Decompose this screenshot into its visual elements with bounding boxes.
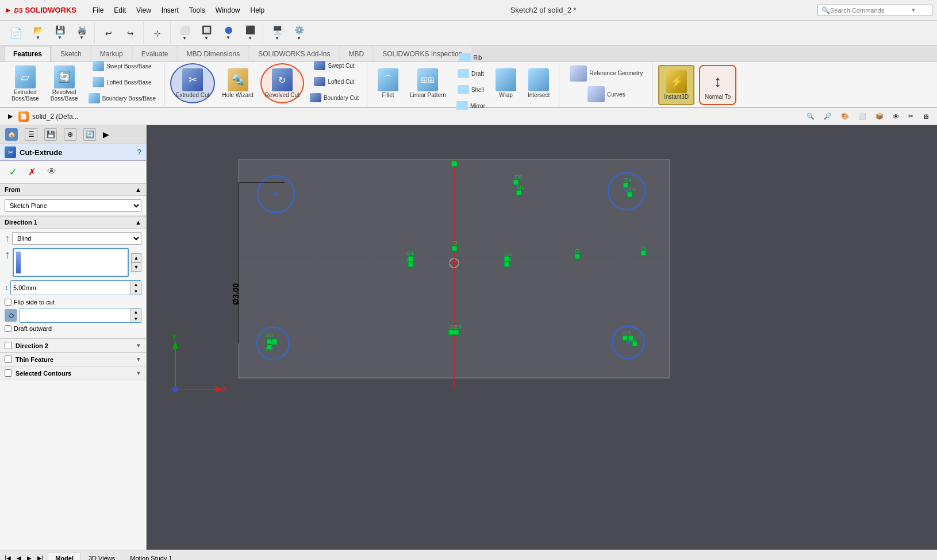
menu-file[interactable]: File bbox=[88, 4, 108, 17]
cancel-button[interactable]: ✗ bbox=[24, 164, 40, 180]
direction2-checkbox[interactable] bbox=[5, 342, 12, 349]
depth-up-button[interactable]: ▲ bbox=[130, 281, 141, 288]
from-section-header[interactable]: From ▲ bbox=[0, 184, 146, 196]
shell-button[interactable]: Shell bbox=[453, 84, 489, 99]
view-button[interactable]: 🔲▼ bbox=[196, 24, 217, 42]
panel-target-button[interactable]: ⊕ bbox=[61, 126, 79, 142]
tab-sketch[interactable]: Sketch bbox=[52, 46, 90, 61]
draft-outward-checkbox[interactable] bbox=[5, 325, 11, 332]
direction1-arrow-icon[interactable]: ↑ bbox=[5, 233, 10, 245]
depth-arrow-icon[interactable]: ↑ bbox=[5, 248, 10, 277]
panel-save-button[interactable]: 💾 bbox=[41, 126, 60, 142]
open-button[interactable]: 📂▼ bbox=[28, 25, 48, 41]
search-dropdown-icon[interactable]: ▼ bbox=[911, 7, 916, 13]
print-button[interactable]: 🖨️▼ bbox=[71, 25, 92, 41]
view-render-button[interactable]: 🎨 bbox=[838, 111, 852, 121]
hole-wizard-button[interactable]: 🔩 Hole Wizard bbox=[217, 63, 258, 103]
search-input[interactable] bbox=[830, 7, 911, 14]
select-button[interactable]: ⊹ bbox=[147, 28, 168, 39]
tab-nav-left[interactable]: ◀ bbox=[14, 554, 24, 560]
direction2-header[interactable]: Direction 2 ▼ bbox=[0, 339, 146, 352]
tab-motion-study[interactable]: Motion Study 1 bbox=[122, 552, 179, 560]
menu-help[interactable]: Help bbox=[246, 4, 270, 17]
expand-tree-button[interactable]: ▶ bbox=[5, 111, 16, 121]
search-box[interactable]: 🔍 ▼ bbox=[817, 5, 932, 16]
wrap-button[interactable]: Wrap bbox=[491, 63, 521, 103]
panel-expand-button[interactable]: ▶ bbox=[100, 128, 112, 141]
thin-feature-checkbox[interactable] bbox=[5, 356, 12, 363]
menu-edit[interactable]: Edit bbox=[109, 4, 130, 17]
display-options-button[interactable]: ⬜▼ bbox=[174, 24, 195, 42]
ok-button[interactable]: ✓ bbox=[5, 164, 21, 180]
draft-angle-spinbox[interactable]: ▲ ▼ bbox=[20, 308, 141, 323]
swept-cut-button[interactable]: Swept Cut bbox=[306, 60, 362, 75]
revolved-boss-button[interactable]: 🔄 RevolvedBoss/Base bbox=[46, 63, 83, 103]
depth-decrease-button[interactable]: ▼ bbox=[131, 262, 141, 272]
lofted-cut-button[interactable]: Lofted Cut bbox=[306, 76, 362, 91]
tab-nav-left-left[interactable]: |◀ bbox=[2, 554, 13, 560]
depth-value-input[interactable]: 5.00mm bbox=[11, 283, 130, 293]
monitor-button[interactable]: 🖥️▼ bbox=[267, 24, 287, 42]
boundary-cut-button[interactable]: Boundary Cut bbox=[306, 92, 362, 107]
tab-nav-right-right[interactable]: ▶| bbox=[35, 554, 46, 560]
tab-mbd[interactable]: MBD bbox=[340, 46, 373, 61]
panel-home-button[interactable]: 🏠 bbox=[2, 126, 21, 142]
depth-down-button[interactable]: ▼ bbox=[130, 288, 141, 295]
options-button[interactable]: ⚙️▼ bbox=[289, 24, 309, 42]
selected-contours-header[interactable]: Selected Contours ▼ bbox=[0, 366, 146, 380]
extruded-cut-button[interactable]: ✂ Extruded Cut bbox=[170, 63, 215, 103]
display-mode-button[interactable]: ⬤▼ bbox=[218, 25, 239, 41]
tab-model[interactable]: Model bbox=[48, 552, 81, 560]
linear-pattern-button[interactable]: ⊞⊞ Linear Pattern bbox=[405, 63, 451, 103]
draft-button[interactable]: Draft bbox=[453, 68, 489, 83]
draft-angle-input[interactable] bbox=[20, 310, 130, 320]
draft-angle-up-button[interactable]: ▲ bbox=[130, 308, 141, 315]
section-view-button[interactable]: ⬛▼ bbox=[240, 24, 260, 42]
direction1-type-dropdown[interactable]: Blind bbox=[12, 232, 141, 245]
panel-spin-button[interactable]: 🔄 bbox=[80, 126, 99, 142]
tab-mbd-dimensions[interactable]: MBD Dimensions bbox=[178, 46, 248, 61]
instant3d-button[interactable]: ⚡ Instant3D bbox=[658, 65, 694, 105]
revolved-cut-button[interactable]: ↻ Revolved Cut bbox=[260, 63, 304, 103]
fillet-button[interactable]: ⌒ Fillet bbox=[373, 63, 403, 103]
save-button[interactable]: 💾▼ bbox=[49, 25, 70, 41]
section-button[interactable]: ✂ bbox=[905, 111, 917, 121]
from-dropdown[interactable]: Sketch Plane bbox=[5, 199, 141, 212]
viewport[interactable]: Ø3.00 ⊡0 bbox=[147, 125, 937, 550]
flip-side-checkbox[interactable] bbox=[5, 299, 11, 306]
new-button[interactable]: 📄 bbox=[6, 27, 26, 40]
monitor2-button[interactable]: 🖥 bbox=[919, 111, 932, 121]
direction1-section-header[interactable]: Direction 1 ▲ bbox=[0, 217, 146, 229]
tab-features[interactable]: Features bbox=[5, 46, 51, 61]
curves-button[interactable]: Curves bbox=[565, 84, 647, 104]
undo-button[interactable]: ↩ bbox=[98, 28, 119, 38]
tab-markup[interactable]: Markup bbox=[91, 46, 132, 61]
menu-insert[interactable]: Insert bbox=[157, 4, 183, 17]
normal-to-button[interactable]: ↕ Normal To bbox=[699, 65, 736, 105]
panel-list-button[interactable]: ☰ bbox=[22, 126, 40, 142]
feature-help-button[interactable]: ? bbox=[137, 148, 141, 157]
view-orient-button[interactable]: 🔍 bbox=[803, 111, 818, 121]
thin-feature-header[interactable]: Thin Feature ▼ bbox=[0, 353, 146, 366]
tab-nav-right[interactable]: ▶ bbox=[25, 554, 34, 560]
preview-button[interactable]: 👁 bbox=[43, 164, 61, 180]
depth-increase-button[interactable]: ▲ bbox=[131, 253, 141, 262]
intersect-button[interactable]: Intersect bbox=[523, 63, 554, 103]
rib-button[interactable]: Rib bbox=[453, 52, 489, 67]
draft-angle-down-button[interactable]: ▼ bbox=[130, 315, 141, 322]
menu-window[interactable]: Window bbox=[211, 4, 245, 17]
boundary-boss-button[interactable]: Boundary Boss/Base bbox=[85, 92, 159, 107]
depth-spinbox[interactable]: 5.00mm ▲ ▼ bbox=[10, 280, 141, 295]
tab-evaluate[interactable]: Evaluate bbox=[133, 46, 177, 61]
hide-show-button[interactable]: 👁 bbox=[889, 111, 903, 121]
menu-tools[interactable]: Tools bbox=[185, 4, 210, 17]
display-type-button[interactable]: 📦 bbox=[872, 111, 887, 121]
lofted-boss-button[interactable]: Lofted Boss/Base bbox=[85, 76, 159, 91]
view-toggle-button[interactable]: ⬜ bbox=[855, 111, 870, 121]
tab-solidworks-addins[interactable]: SOLIDWORKS Add-Ins bbox=[249, 46, 339, 61]
redo-button[interactable]: ↪ bbox=[120, 28, 141, 38]
extruded-boss-button[interactable]: ▱ ExtrudedBoss/Base bbox=[7, 63, 44, 103]
swept-boss-button[interactable]: Swept Boss/Base bbox=[85, 60, 159, 75]
menu-view[interactable]: View bbox=[132, 4, 156, 17]
tab-3d-views[interactable]: 3D Views bbox=[81, 552, 122, 560]
